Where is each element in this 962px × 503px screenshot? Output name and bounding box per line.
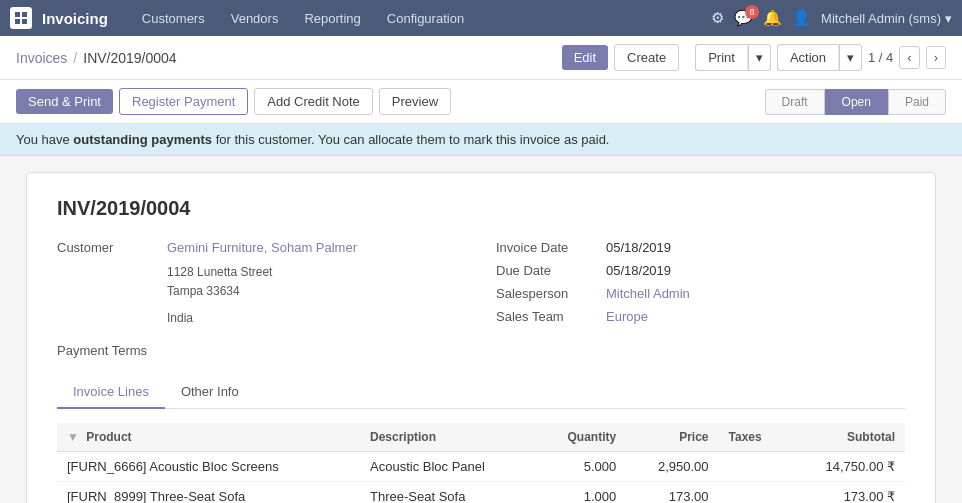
svg-rect-0 (15, 12, 20, 17)
breadcrumb-separator: / (73, 50, 77, 66)
cell-price: 2,950.00 (626, 451, 718, 481)
cell-price: 173.00 (626, 481, 718, 503)
app-name: Invoicing (42, 10, 108, 27)
user-avatar: 👤 (792, 9, 811, 27)
customer-section: Customer Gemini Furniture, Soham Palmer … (57, 240, 466, 358)
settings-icon[interactable]: ⚙ (711, 9, 724, 27)
notice-bar: You have outstanding payments for this c… (0, 124, 962, 156)
breadcrumb-current: INV/2019/0004 (83, 50, 176, 66)
pager-next-button[interactable]: › (926, 46, 946, 69)
customer-name[interactable]: Gemini Furniture, Soham Palmer (167, 240, 357, 255)
col-product: ▼ Product (57, 423, 360, 452)
sort-icon: ▼ (67, 430, 79, 444)
col-taxes: Taxes (719, 423, 788, 452)
main-content: INV/2019/0004 Customer Gemini Furniture,… (0, 156, 962, 503)
register-payment-button[interactable]: Register Payment (119, 88, 248, 115)
print-arrow-button[interactable]: ▾ (748, 44, 771, 71)
print-split-button: Print ▾ (695, 44, 771, 71)
breadcrumb-parent[interactable]: Invoices (16, 50, 67, 66)
salesperson-label: Salesperson (496, 286, 606, 301)
tab-invoice-lines[interactable]: Invoice Lines (57, 376, 165, 409)
cell-description: Three-Seat Sofa (360, 481, 536, 503)
cell-quantity: 5.000 (536, 451, 626, 481)
sales-team-value[interactable]: Europe (606, 309, 648, 324)
breadcrumb: Invoices / INV/2019/0004 (16, 50, 177, 66)
customer-address: 1128 Lunetta Street Tampa 33634 India (167, 263, 466, 329)
nav-vendors[interactable]: Vendors (221, 0, 289, 36)
tab-other-info[interactable]: Other Info (165, 376, 255, 409)
customer-country: India (167, 309, 466, 328)
status-draft[interactable]: Draft (765, 89, 825, 115)
table-row: [FURN_8999] Three-Seat Sofa Three-Seat S… (57, 481, 905, 503)
print-button-group: Print ▾ (695, 44, 771, 71)
dates-section: Invoice Date 05/18/2019 Due Date 05/18/2… (496, 240, 905, 358)
action-button-group: Action ▾ (777, 44, 862, 71)
bell-icon[interactable]: 🔔 (763, 9, 782, 27)
user-menu[interactable]: Mitchell Admin (sms) ▾ (821, 11, 952, 26)
cell-taxes (719, 481, 788, 503)
invoice-card: INV/2019/0004 Customer Gemini Furniture,… (26, 172, 936, 503)
action-split-button: Action ▾ (777, 44, 862, 71)
svg-rect-1 (22, 12, 27, 17)
salesperson-row: Salesperson Mitchell Admin (496, 286, 905, 301)
salesperson-value[interactable]: Mitchell Admin (606, 286, 690, 301)
sales-team-row: Sales Team Europe (496, 309, 905, 324)
table-row: [FURN_6666] Acoustic Bloc Screens Acoust… (57, 451, 905, 481)
edit-button[interactable]: Edit (562, 45, 608, 70)
invoice-meta: Customer Gemini Furniture, Soham Palmer … (57, 240, 905, 358)
payment-terms-section: Payment Terms (57, 343, 466, 358)
cell-subtotal: 14,750.00 ₹ (788, 451, 905, 481)
nav-right: ⚙ 💬8 🔔 👤 Mitchell Admin (sms) ▾ (711, 9, 952, 27)
action-main-button[interactable]: Action (777, 44, 839, 71)
status-bar: Draft Open Paid (765, 89, 946, 115)
invoice-date-value: 05/18/2019 (606, 240, 671, 255)
send-print-button[interactable]: Send & Print (16, 89, 113, 114)
due-date-value: 05/18/2019 (606, 263, 671, 278)
pager-text: 1 / 4 (868, 50, 893, 65)
cell-quantity: 1.000 (536, 481, 626, 503)
cell-taxes (719, 451, 788, 481)
cell-description: Acoustic Bloc Panel (360, 451, 536, 481)
col-subtotal: Subtotal (788, 423, 905, 452)
chat-badge: 8 (745, 5, 759, 19)
preview-button[interactable]: Preview (379, 88, 451, 115)
create-button[interactable]: Create (614, 44, 679, 71)
due-date-label: Due Date (496, 263, 606, 278)
invoice-date-row: Invoice Date 05/18/2019 (496, 240, 905, 255)
notice-text-pre: You have (16, 132, 73, 147)
notice-text-post: for this customer. You can allocate them… (212, 132, 609, 147)
invoice-table: ▼ Product Description Quantity Price Tax… (57, 423, 905, 503)
col-description: Description (360, 423, 536, 452)
cell-product: [FURN_8999] Three-Seat Sofa (57, 481, 360, 503)
invoice-date-label: Invoice Date (496, 240, 606, 255)
chat-icon[interactable]: 💬8 (734, 9, 753, 27)
cell-product: [FURN_6666] Acoustic Bloc Screens (57, 451, 360, 481)
invoice-tabs: Invoice Lines Other Info (57, 376, 905, 409)
customer-label: Customer (57, 240, 167, 255)
nav-customers[interactable]: Customers (132, 0, 215, 36)
pager: 1 / 4 ‹ › (868, 46, 946, 69)
svg-rect-2 (15, 19, 20, 24)
customer-row: Customer Gemini Furniture, Soham Palmer (57, 240, 466, 255)
payment-terms-label: Payment Terms (57, 343, 147, 358)
app-icon (10, 7, 32, 29)
customer-address-line2: Tampa 33634 (167, 282, 466, 301)
invoice-title: INV/2019/0004 (57, 197, 905, 220)
col-price: Price (626, 423, 718, 452)
invoice-table-body: [FURN_6666] Acoustic Bloc Screens Acoust… (57, 451, 905, 503)
invoice-table-header: ▼ Product Description Quantity Price Tax… (57, 423, 905, 452)
add-credit-note-button[interactable]: Add Credit Note (254, 88, 373, 115)
nav-configuration[interactable]: Configuration (377, 0, 474, 36)
breadcrumb-bar: Invoices / INV/2019/0004 Edit Create Pri… (0, 36, 962, 80)
status-paid[interactable]: Paid (888, 89, 946, 115)
due-date-row: Due Date 05/18/2019 (496, 263, 905, 278)
nav-reporting[interactable]: Reporting (294, 0, 370, 36)
top-navigation: Invoicing Customers Vendors Reporting Co… (0, 0, 962, 36)
svg-rect-3 (22, 19, 27, 24)
action-arrow-button[interactable]: ▾ (839, 44, 862, 71)
cell-subtotal: 173.00 ₹ (788, 481, 905, 503)
print-main-button[interactable]: Print (695, 44, 748, 71)
pager-prev-button[interactable]: ‹ (899, 46, 919, 69)
sales-team-label: Sales Team (496, 309, 606, 324)
status-open[interactable]: Open (825, 89, 888, 115)
